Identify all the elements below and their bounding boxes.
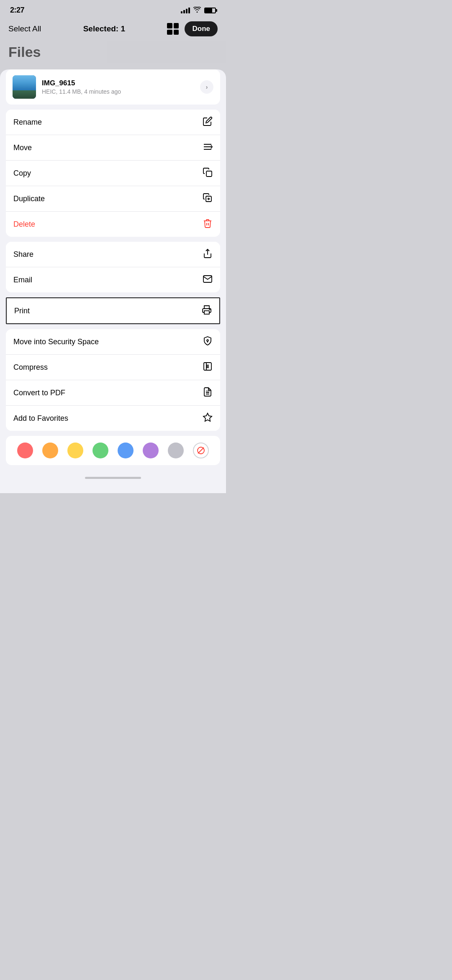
color-tag-green[interactable]: [92, 443, 108, 458]
rename-label: Rename: [13, 118, 42, 127]
status-time: 2:27: [10, 6, 24, 15]
copy-label: Copy: [13, 169, 31, 178]
move-label: Move: [13, 143, 32, 152]
svg-rect-0: [206, 171, 212, 177]
color-tag-gray[interactable]: [168, 443, 184, 458]
svg-point-7: [207, 340, 208, 341]
file-info-left: IMG_9615 HEIC, 11.4 MB, 4 minutes ago: [13, 75, 121, 99]
favorites-icon: [203, 412, 213, 424]
color-tag-red[interactable]: [17, 443, 33, 458]
move-icon: [203, 142, 213, 154]
status-bar: 2:27: [0, 0, 226, 18]
email-label: Email: [13, 276, 32, 284]
print-item[interactable]: Print: [6, 297, 220, 324]
toolbar: Select All Selected: 1 Done: [0, 18, 226, 41]
delete-item[interactable]: Delete: [6, 212, 220, 237]
signal-icon: [181, 8, 190, 13]
email-item[interactable]: Email: [6, 267, 220, 292]
svg-line-19: [198, 448, 204, 453]
security-icon: [203, 336, 213, 348]
file-thumbnail: [13, 75, 36, 99]
file-meta: HEIC, 11.4 MB, 4 minutes ago: [42, 88, 121, 95]
svg-marker-17: [203, 413, 212, 421]
delete-label: Delete: [13, 220, 35, 229]
share-label: Share: [13, 250, 33, 259]
convert-pdf-label: Convert to PDF: [13, 389, 65, 397]
battery-icon: [204, 8, 216, 13]
home-indicator: [0, 473, 226, 481]
color-tag-orange[interactable]: [42, 443, 58, 458]
toolbar-right: Done: [167, 21, 218, 36]
convert-pdf-item[interactable]: Convert to PDF PDF: [6, 380, 220, 406]
share-item[interactable]: Share: [6, 242, 220, 267]
color-tag-purple[interactable]: [143, 443, 159, 458]
copy-icon: [203, 167, 213, 179]
compress-item[interactable]: Compress: [6, 355, 220, 380]
duplicate-label: Duplicate: [13, 194, 45, 203]
add-favorites-item[interactable]: Add to Favorites: [6, 406, 220, 431]
status-icons: [181, 7, 216, 14]
color-tags-row: [6, 436, 220, 465]
convert-pdf-icon: PDF: [203, 387, 213, 399]
print-icon: [202, 305, 212, 317]
edit-actions-group: Rename Move Copy: [6, 110, 220, 237]
color-tag-yellow[interactable]: [67, 443, 83, 458]
email-icon: [203, 274, 213, 286]
file-info-card[interactable]: IMG_9615 HEIC, 11.4 MB, 4 minutes ago ›: [6, 69, 220, 105]
duplicate-item[interactable]: Duplicate: [6, 186, 220, 212]
rename-icon: [203, 116, 213, 128]
delete-icon: [203, 218, 213, 230]
bottom-sheet: IMG_9615 HEIC, 11.4 MB, 4 minutes ago › …: [0, 69, 226, 493]
rename-item[interactable]: Rename: [6, 110, 220, 135]
compress-label: Compress: [13, 363, 48, 372]
compress-icon: [203, 361, 213, 373]
color-tag-none[interactable]: [193, 443, 209, 458]
print-label: Print: [14, 307, 30, 315]
svg-point-6: [209, 309, 210, 310]
grid-view-icon[interactable]: [167, 23, 179, 35]
page-title: Files: [0, 41, 226, 63]
home-bar: [85, 477, 141, 479]
security-label: Move into Security Space: [13, 338, 99, 346]
select-all-button[interactable]: Select All: [8, 24, 41, 33]
copy-item[interactable]: Copy: [6, 161, 220, 186]
add-favorites-label: Add to Favorites: [13, 414, 68, 423]
share-icon: [203, 248, 213, 260]
duplicate-icon: [203, 193, 213, 205]
wifi-icon: [193, 7, 201, 14]
svg-text:PDF: PDF: [206, 390, 210, 392]
chevron-right-icon[interactable]: ›: [200, 80, 213, 94]
done-button[interactable]: Done: [185, 21, 218, 36]
print-group: Print: [6, 297, 220, 324]
move-item[interactable]: Move: [6, 135, 220, 161]
svg-rect-5: [204, 311, 209, 314]
file-name: IMG_9615: [42, 79, 121, 87]
file-details: IMG_9615 HEIC, 11.4 MB, 4 minutes ago: [42, 79, 121, 95]
selected-count: Selected: 1: [83, 24, 125, 33]
share-actions-group: Share Email: [6, 242, 220, 292]
extra-actions-group: Move into Security Space Compress: [6, 329, 220, 431]
security-item[interactable]: Move into Security Space: [6, 329, 220, 355]
color-tag-blue[interactable]: [118, 443, 134, 458]
